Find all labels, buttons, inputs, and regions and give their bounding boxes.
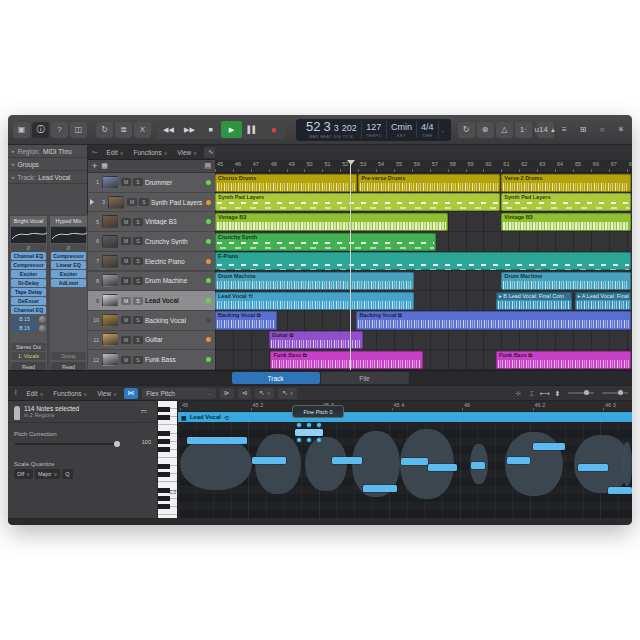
tab-file[interactable]: File xyxy=(321,372,409,384)
play-button[interactable]: ▶ xyxy=(221,121,242,138)
catch-icon[interactable]: ⊹ xyxy=(513,385,524,401)
region-synth-pad-layers[interactable]: Synth Pad Layers xyxy=(215,193,500,211)
region-chorus-drums[interactable]: Chorus Drums xyxy=(215,174,357,192)
flex-pitch-note[interactable] xyxy=(187,437,247,444)
media-browser-icon[interactable]: ⊞ xyxy=(575,122,592,138)
local-inspector-button[interactable]: ▭ xyxy=(137,405,151,417)
black-key[interactable] xyxy=(158,472,170,477)
mixer-icon[interactable]: ≣ xyxy=(115,122,132,138)
note-hotspot[interactable] xyxy=(317,438,321,442)
loop-browser-icon[interactable]: ○ xyxy=(594,122,611,138)
plugin-slot[interactable]: Channel EQ xyxy=(11,252,46,260)
black-key[interactable] xyxy=(158,488,170,493)
region-vintage-b3[interactable]: Vintage B3 xyxy=(215,213,448,231)
forward-button[interactable]: ▶▶ xyxy=(179,121,200,138)
plugin-slot[interactable]: St-Delay xyxy=(11,279,46,287)
pitch-correction-slider[interactable] xyxy=(15,443,120,445)
flex-pitch-note[interactable] xyxy=(332,457,362,464)
stop-button[interactable]: ■ xyxy=(200,121,221,138)
track-header-guitar[interactable]: 11MSGuitar xyxy=(88,331,215,351)
lcd-display[interactable]: 52 3 3 202 bar beat div tick 127 tempo C… xyxy=(296,119,451,141)
group-slot[interactable]: Group xyxy=(51,352,86,360)
flex-pitch-note[interactable] xyxy=(295,429,323,436)
editor-secondary-tool-menu[interactable]: ↖∨ xyxy=(278,388,297,399)
pause-button[interactable]: ▌▌ xyxy=(242,121,263,138)
flex-pitch-note[interactable] xyxy=(401,458,428,465)
send-label[interactable]: B 16 xyxy=(11,325,38,332)
track-mute-button[interactable]: M xyxy=(121,218,131,226)
plugin-slot[interactable]: Linear EQ xyxy=(51,261,86,269)
vzoom-icon[interactable]: ⬍ xyxy=(552,385,563,401)
playhead[interactable] xyxy=(350,163,351,370)
region-inspector-row[interactable]: ▸ Region: MIDI Thru xyxy=(8,145,87,158)
disclosure-triangle-icon[interactable]: ▸ xyxy=(12,174,15,180)
region-funk-bass-[interactable]: Funk Bass ⧉ xyxy=(496,351,631,369)
track-header-lead-vocal[interactable]: 9MSLead Vocal xyxy=(88,291,215,311)
record-button[interactable]: ● xyxy=(263,121,284,138)
region-lead-vocal-[interactable]: Lead Vocal ⟲ xyxy=(215,292,414,310)
lcd-chevron-icon[interactable]: ⌄ xyxy=(441,127,445,133)
eq-thumbnail[interactable] xyxy=(51,227,86,243)
track-header-options-button[interactable]: ▤ xyxy=(204,162,211,170)
send-knob[interactable] xyxy=(39,325,46,332)
editor-menu-functions[interactable]: Functions∨ xyxy=(53,390,87,397)
send-slot[interactable]: B 15 xyxy=(11,315,46,323)
quick-help-icon[interactable]: ? xyxy=(51,122,68,138)
note-hotspot[interactable] xyxy=(297,423,301,427)
plugin-slot[interactable]: Tape Delay xyxy=(11,288,46,296)
flex-pitch-note[interactable] xyxy=(252,457,286,464)
lcd-position[interactable]: 52 3 3 202 bar beat div tick xyxy=(302,121,362,139)
group-slot[interactable]: 1: Vocals xyxy=(11,352,46,360)
track-header-drum-machine[interactable]: 8MSDrum Machine xyxy=(88,272,215,292)
black-key[interactable] xyxy=(158,415,170,420)
hzoom-icon[interactable]: ⟷ xyxy=(539,385,550,401)
replace-icon[interactable]: ⊗ xyxy=(477,122,494,138)
disclosure-triangle-icon[interactable]: ▸ xyxy=(12,148,15,154)
editor-beat-ruler[interactable]: 4545 245 345 44646 246 3 xyxy=(178,401,632,412)
track-mute-button[interactable]: M xyxy=(121,316,131,324)
plugin-slot[interactable]: Exciter xyxy=(11,270,46,278)
panels-icon[interactable]: ▣ xyxy=(13,122,30,138)
disclosure-triangle-icon[interactable]: ▸ xyxy=(12,161,15,167)
bar-ruler[interactable]: 4546474849505152535455565758596061626364… xyxy=(215,160,632,173)
flex-pitch-note[interactable] xyxy=(608,487,632,494)
count-in-icon[interactable]: 1· xyxy=(515,122,532,138)
flex-pitch-note[interactable] xyxy=(533,443,565,450)
flex-pitch-note[interactable] xyxy=(471,462,485,469)
region-funk-bass-[interactable]: Funk Bass ⧉ xyxy=(270,351,423,369)
channel-strip-setting-menu[interactable]: Hyped Mix xyxy=(50,216,87,226)
smart-controls-icon[interactable]: ◫ xyxy=(70,122,87,138)
link-button[interactable]: ⊲ xyxy=(238,388,251,399)
cycle-rewind-icon[interactable]: ↻ xyxy=(96,122,113,138)
region-guitar-[interactable]: Guitar ⧉ xyxy=(269,331,363,349)
track-mute-button[interactable]: M xyxy=(121,257,131,265)
channel-strip-setting-menu[interactable]: Bright Vocal xyxy=(10,216,47,226)
region-list-icon[interactable]: ▣ xyxy=(181,414,187,421)
plugin-slot[interactable]: Channel EQ xyxy=(11,306,46,314)
track-header-synth-pad-layers[interactable]: 3MSSynth Pad Layers xyxy=(88,193,215,213)
track-solo-button[interactable]: S xyxy=(139,198,149,206)
track-solo-button[interactable]: S xyxy=(133,178,143,186)
scale-type-menu[interactable]: Major∨ xyxy=(35,469,60,479)
output-slot[interactable]: Stereo Out xyxy=(11,343,46,351)
tools-icon[interactable]: X xyxy=(134,122,151,138)
region--b-lead-vocal-final-com[interactable]: ▸ B Lead Vocal: Final Com xyxy=(496,292,572,310)
tab-track[interactable]: Track xyxy=(232,372,320,384)
track-solo-button[interactable]: S xyxy=(133,237,143,245)
add-track-button[interactable]: + xyxy=(92,161,97,171)
note-hotspot[interactable] xyxy=(317,423,321,427)
send-label[interactable]: B 15 xyxy=(11,316,38,323)
track-mute-button[interactable]: M xyxy=(121,237,131,245)
menu-view[interactable]: View∨ xyxy=(177,149,197,156)
tuner-badge[interactable]: u14 ▲ xyxy=(537,122,554,138)
track-solo-button[interactable]: S xyxy=(133,316,143,324)
editor-pointer-tool-menu[interactable]: ↖∨ xyxy=(255,388,274,399)
track-solo-button[interactable]: S xyxy=(133,356,143,364)
region-synth-pad-layers[interactable]: Synth Pad Layers xyxy=(501,193,631,211)
region-drum-machine[interactable]: Drum Machine xyxy=(215,272,414,290)
region-drum-machine[interactable]: Drum Machine xyxy=(501,272,631,290)
plugin-slot[interactable]: DeEsser xyxy=(11,297,46,305)
track-inspector-row[interactable]: ▸ Track: Lead Vocal xyxy=(8,171,87,184)
autozoom-icon[interactable]: ⌶ xyxy=(526,385,537,401)
region-verse-2-drums[interactable]: Verse 2 Drums xyxy=(501,174,631,192)
